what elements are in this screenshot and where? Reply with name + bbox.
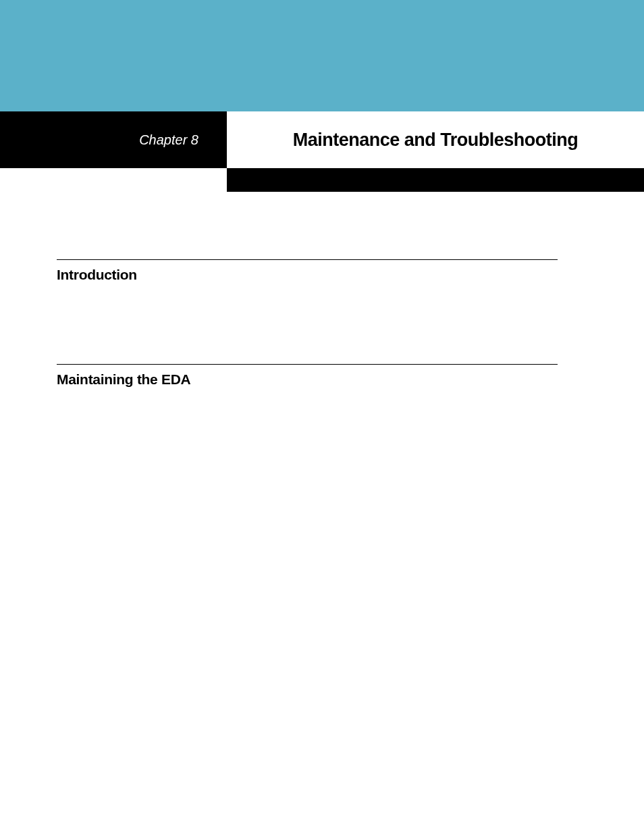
heading-introduction: Introduction — [57, 267, 558, 283]
chapter-title: Maintenance and Troubleshooting — [293, 130, 579, 151]
heading-maintaining: Maintaining the EDA — [57, 371, 558, 388]
black-bar — [227, 168, 644, 192]
chapter-label-box: Chapter 8 — [0, 111, 227, 168]
section-introduction: Introduction — [57, 259, 558, 283]
section-maintaining: Maintaining the EDA — [57, 364, 558, 388]
chapter-label: Chapter 8 — [139, 132, 198, 148]
top-banner — [0, 0, 644, 111]
header-row: Chapter 8 Maintenance and Troubleshootin… — [0, 111, 644, 168]
chapter-title-box: Maintenance and Troubleshooting — [227, 111, 644, 168]
page-content: Introduction Maintaining the EDA — [0, 192, 644, 388]
